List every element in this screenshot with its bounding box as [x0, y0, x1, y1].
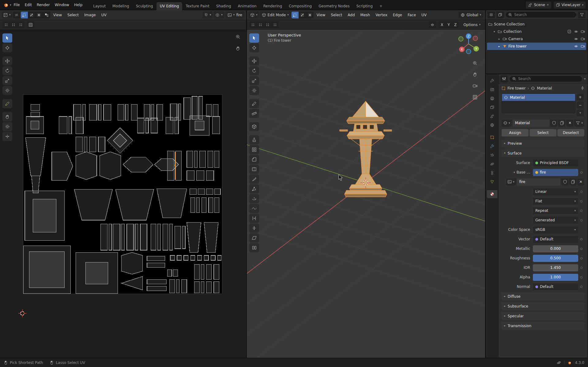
tool-scale-3d[interactable] — [249, 76, 259, 85]
tab-view-layer[interactable] — [487, 103, 497, 111]
tab-scripting[interactable]: Scripting — [353, 2, 376, 10]
outliner-search[interactable] — [505, 11, 577, 18]
camera-icon[interactable] — [581, 29, 585, 34]
tool-measure[interactable] — [249, 109, 259, 118]
select-button[interactable]: Select — [530, 129, 556, 136]
uv-overlay-button-3[interactable] — [17, 21, 24, 28]
properties-editor-type-button[interactable] — [500, 75, 508, 82]
properties-search-input[interactable] — [518, 77, 580, 81]
tool-poly-build[interactable] — [249, 184, 259, 193]
tab-sculpting[interactable]: Sculpting — [133, 2, 156, 10]
vertex-mode-button[interactable] — [292, 12, 299, 18]
panel-surface[interactable]: ▾ Surface — [502, 149, 584, 157]
image-fake-user-button[interactable] — [561, 178, 568, 185]
vp-settings-button-1[interactable] — [249, 21, 257, 28]
add-slot-button[interactable]: + — [577, 94, 584, 101]
uv-select-island-button[interactable] — [43, 12, 50, 18]
projection-select[interactable]: Flat ▾ — [533, 198, 578, 205]
outliner-item-collection[interactable]: ▾ Collection — [487, 28, 586, 35]
slot-specials-button[interactable]: ▾ — [577, 109, 584, 117]
camera-icon[interactable] — [581, 44, 585, 48]
eye-icon[interactable] — [574, 37, 578, 41]
expand-icon[interactable]: ▾ — [492, 30, 496, 33]
unlink-material-button[interactable]: ✕ — [566, 120, 573, 127]
uv-menu-image[interactable]: Image — [82, 12, 98, 18]
tab-modifiers[interactable] — [487, 142, 497, 150]
outliner-filter-button[interactable] — [578, 11, 586, 18]
tab-material[interactable] — [487, 190, 497, 198]
decorator-dot[interactable] — [580, 191, 582, 193]
tool-cursor[interactable] — [2, 43, 12, 52]
decorator-dot[interactable] — [580, 286, 582, 288]
assign-button[interactable]: Assign — [502, 129, 529, 136]
uv-overlay-button-2[interactable] — [10, 21, 17, 28]
app-menu-chevron-icon[interactable]: ▾ — [10, 4, 11, 6]
uv-proportional-editing-button[interactable]: ▾ — [214, 11, 224, 18]
vp-ortho-toggle-button[interactable] — [471, 93, 479, 101]
tool-relax[interactable] — [2, 122, 12, 131]
material-filter-button[interactable]: ▾ — [574, 120, 584, 127]
tool-grab[interactable] — [2, 112, 12, 121]
uv-select-vertex-button[interactable] — [21, 12, 28, 18]
roughness-slider[interactable]: 0.500 — [533, 255, 578, 262]
mode-selector[interactable]: Edit Mode ▾ — [260, 11, 291, 18]
tool-annotate[interactable] — [2, 99, 12, 108]
uv-image[interactable] — [23, 95, 222, 294]
uv-overlay-button-1[interactable] — [2, 21, 10, 28]
interpolation-select[interactable]: Linear ▾ — [533, 188, 578, 195]
outliner-search-input[interactable] — [514, 13, 574, 17]
viewport-scene[interactable] — [247, 30, 485, 358]
image-unlink-button[interactable]: ✕ — [577, 178, 584, 185]
tab-scene[interactable] — [487, 112, 497, 120]
uv-menu-view[interactable]: View — [51, 12, 64, 18]
tab-particles[interactable] — [487, 151, 497, 159]
new-material-button[interactable] — [558, 120, 565, 127]
axis-y-negative[interactable] — [459, 37, 463, 41]
chevron-down-icon[interactable]: ▾ — [584, 78, 586, 80]
tool-rotate-3d[interactable] — [249, 66, 259, 75]
tool-knife[interactable] — [249, 174, 259, 184]
chevron-down-icon[interactable]: ▾ — [514, 171, 515, 174]
tool-transform[interactable] — [2, 86, 12, 95]
vp-zoom-button[interactable] — [471, 59, 479, 67]
source-select[interactable]: Generated ▾ — [533, 217, 578, 224]
tab-modeling[interactable]: Modeling — [109, 2, 133, 10]
tab-constraints[interactable] — [487, 169, 497, 177]
viewlayer-selector[interactable]: ViewLayer ▾ — [554, 2, 586, 9]
tab-geometry-nodes[interactable]: Geometry Nodes — [315, 2, 353, 10]
outliner-display-mode-button[interactable] — [496, 11, 504, 18]
menu-render[interactable]: Render — [34, 1, 52, 9]
tool-move[interactable] — [2, 56, 12, 66]
fake-user-button[interactable] — [550, 120, 557, 127]
tab-animation[interactable]: Animation — [235, 2, 260, 10]
tab-world[interactable] — [487, 121, 497, 129]
expand-icon[interactable]: ▸ — [497, 37, 501, 40]
vp-menu-face[interactable]: Face — [405, 12, 418, 18]
outliner-item-fire-tower[interactable]: ▸ Fire tower — [487, 43, 586, 50]
image-name-field[interactable]: fire — [517, 178, 560, 185]
menu-edit[interactable]: Edit — [22, 1, 34, 9]
deselect-button[interactable]: Deselect — [557, 129, 584, 136]
tool-smooth[interactable] — [249, 204, 259, 213]
material-slot-list[interactable]: Material — [502, 94, 575, 113]
tab-rendering[interactable]: Rendering — [260, 2, 285, 10]
base-color-texture-select[interactable]: fire — [533, 169, 578, 176]
tool-select-box[interactable] — [249, 33, 259, 43]
uv-overlay-button-4[interactable] — [27, 21, 34, 28]
panel-subsurface[interactable]: ▸ Subsurface — [502, 302, 584, 310]
uv-editor-type-button[interactable]: ▾ — [2, 11, 12, 18]
vp-camera-view-button[interactable] — [471, 82, 479, 90]
uv-islands[interactable] — [23, 95, 222, 294]
panel-preview[interactable]: ▸ Preview — [502, 140, 584, 147]
vp-menu-view[interactable]: View — [314, 12, 328, 18]
panel-diffuse[interactable]: ▸ Diffuse — [502, 292, 584, 300]
image-browse-button[interactable]: ▾ — [506, 178, 516, 185]
tool-spin[interactable] — [249, 194, 259, 203]
blender-logo-icon[interactable] — [3, 2, 9, 8]
decorator-dot[interactable] — [580, 257, 582, 259]
expand-icon[interactable]: ▸ — [497, 45, 501, 48]
vp-settings-button-2[interactable] — [257, 21, 264, 28]
uv-editor-canvas[interactable] — [0, 30, 246, 358]
outliner-item-scene-collection[interactable]: Scene Collection — [487, 21, 586, 28]
eye-icon[interactable] — [574, 29, 578, 34]
